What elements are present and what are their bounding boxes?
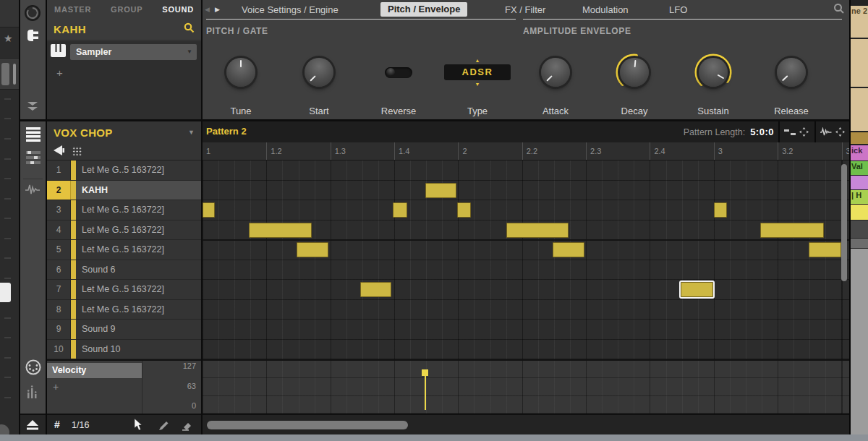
scene-block-labeled[interactable]: | H	[851, 190, 868, 204]
sound-name: Let Me G..5 163722]	[76, 280, 201, 299]
midi-note[interactable]	[553, 242, 584, 257]
audio-drag-button[interactable]	[814, 121, 849, 142]
automation-steps-icon[interactable]	[27, 384, 40, 403]
plugin-plug-icon[interactable]	[25, 27, 42, 46]
midi-drag-button[interactable]	[778, 121, 813, 142]
scene-block[interactable]	[851, 205, 868, 220]
type-selector-value[interactable]: ADSR	[444, 64, 511, 80]
tune-knob[interactable]: Tune	[206, 53, 276, 116]
section-title: AMPLITUDE ENVELOPE	[523, 26, 631, 36]
midi-note[interactable]	[760, 223, 824, 238]
pattern-length-value[interactable]: 5:0:0	[750, 127, 774, 137]
midi-note[interactable]	[457, 202, 471, 218]
sound-name-row[interactable]: KAHH	[47, 19, 201, 40]
erase-tool-eraser-icon[interactable]	[181, 421, 192, 434]
grid-resolution-value[interactable]: 1/16	[72, 420, 89, 430]
plugin-tab-pitch-envelope[interactable]: Pitch / Envelope	[380, 2, 467, 17]
scene-block[interactable]	[851, 176, 868, 189]
vertical-scrollbar[interactable]	[841, 164, 847, 281]
release-knob[interactable]: Release	[757, 53, 826, 116]
rail-footer	[20, 414, 46, 434]
sample-editor-wave-icon[interactable]	[25, 183, 41, 199]
sound-row[interactable]: 4Let Me G..5 163722]	[47, 220, 201, 241]
velocity-lane[interactable]	[203, 359, 849, 414]
horizontal-scrollbar[interactable]	[207, 421, 408, 429]
sound-number: 1	[47, 160, 71, 180]
scene-block-labeled[interactable]: ick	[851, 145, 868, 160]
decay-knob[interactable]: Decay	[600, 53, 669, 116]
rail-divider	[23, 179, 43, 179]
sound-row[interactable]: 6Sound 6	[47, 260, 201, 281]
scene-block-labeled[interactable]: ne 2	[851, 6, 868, 38]
scene-block[interactable]	[851, 249, 868, 434]
mixer-view-icon[interactable]	[25, 150, 41, 168]
add-plugin-slot[interactable]: +	[56, 67, 201, 78]
start-knob[interactable]: Start	[284, 53, 354, 116]
midi-note[interactable]	[809, 242, 841, 257]
group-header[interactable]: VOX CHOP ▼	[47, 121, 201, 143]
level-tab-group[interactable]: GROUP	[111, 5, 142, 14]
horizontal-scroll-zone	[203, 414, 849, 434]
eject-sample-icon[interactable]	[25, 419, 41, 434]
selector-down-icon[interactable]: ▼	[475, 82, 480, 87]
scene-block[interactable]	[851, 239, 868, 248]
scene-block-labeled[interactable]: Val	[851, 161, 868, 175]
scene-block[interactable]	[851, 132, 868, 144]
midi-note[interactable]	[249, 223, 312, 238]
type-selector[interactable]: ▲ADSR▼Type	[443, 53, 512, 116]
midi-note-selected[interactable]	[681, 282, 713, 297]
reverse-toggle[interactable]: Reverse	[364, 53, 433, 116]
selector-up-icon[interactable]: ▲	[475, 58, 480, 63]
level-tab-master[interactable]: MASTER	[54, 5, 91, 14]
arranger-view-icon[interactable]	[25, 127, 41, 145]
sound-row[interactable]: 7Let Me G..5 163722]	[47, 280, 201, 300]
plugin-tab-voice-settings-engine[interactable]: Voice Settings / Engine	[242, 4, 339, 15]
reverse-toggle-pill[interactable]	[385, 67, 412, 78]
sound-row[interactable]: 5Let Me G..5 163722]	[47, 240, 201, 260]
sound-row[interactable]: 9Sound 9	[47, 320, 201, 340]
timeline-ruler[interactable]: 11.21.31.422.22.32.433.23	[203, 142, 849, 160]
plugin-tab-fx-filter[interactable]: FX / Filter	[505, 4, 545, 15]
chevron-down-icon[interactable]: ▼	[188, 129, 195, 136]
midi-note[interactable]	[506, 223, 569, 238]
midi-note[interactable]	[393, 202, 407, 218]
speaker-icon[interactable]	[54, 145, 65, 158]
search-icon[interactable]	[184, 22, 195, 36]
midi-note[interactable]	[714, 202, 727, 218]
plugin-dropdown[interactable]: Sampler ▼	[70, 44, 197, 60]
favorites-star-icon[interactable]: ★	[4, 33, 13, 43]
midi-note[interactable]	[360, 282, 391, 297]
midi-note[interactable]	[425, 183, 456, 198]
select-tool-cursor-icon[interactable]	[134, 419, 144, 434]
velocity-lane-label[interactable]: Velocity	[47, 363, 142, 378]
velocity-marker-handle[interactable]	[422, 369, 428, 376]
page-prev-icon[interactable]: ◀	[205, 6, 210, 13]
sound-row[interactable]: 10Sound 10	[47, 340, 201, 360]
attack-knob[interactable]: Attack	[521, 53, 590, 116]
pattern-name[interactable]: Pattern 2	[206, 126, 247, 137]
note-grid[interactable]	[203, 160, 849, 359]
plugin-tab-modulation[interactable]: Modulation	[582, 4, 629, 15]
sound-row[interactable]: 1Let Me G..5 163722]	[47, 160, 201, 181]
midi-note[interactable]	[203, 202, 215, 218]
scene-block[interactable]	[851, 39, 868, 87]
main-volume-dial-icon[interactable]	[24, 4, 41, 25]
plugin-tab-lfo[interactable]: LFO	[669, 4, 687, 15]
scene-block[interactable]	[851, 88, 868, 131]
midi-connector-icon[interactable]	[25, 359, 42, 379]
page-next-icon[interactable]: ▶	[215, 6, 220, 13]
grid-icon[interactable]: #	[54, 419, 60, 430]
midi-note[interactable]	[297, 242, 328, 257]
scene-block[interactable]	[851, 220, 868, 238]
level-tab-sound[interactable]: SOUND	[162, 5, 194, 14]
sound-row[interactable]: 8Let Me G..5 163722]	[47, 300, 201, 320]
sound-row[interactable]: 2KAHH	[47, 181, 201, 201]
paint-tool-brush-icon[interactable]	[158, 420, 170, 434]
collapse-panel-icon[interactable]	[27, 101, 38, 114]
sound-row[interactable]: 3Let Me G..5 163722]	[47, 200, 201, 220]
add-modulation-lane[interactable]: +	[53, 381, 59, 393]
sustain-knob[interactable]: Sustain	[678, 53, 748, 116]
pad-grid-icon[interactable]	[72, 146, 82, 157]
control-label: Release	[757, 106, 826, 116]
plugin-search-icon[interactable]	[833, 3, 845, 17]
